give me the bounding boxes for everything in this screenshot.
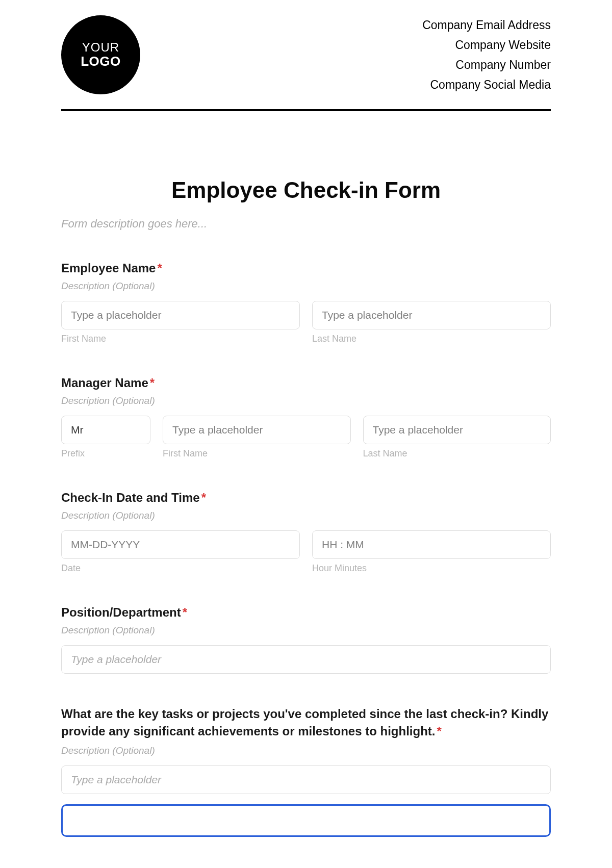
prefix-sublabel: Prefix bbox=[61, 448, 150, 459]
last-name-sublabel: Last Name bbox=[312, 334, 551, 344]
key-tasks-desc[interactable]: Description (Optional) bbox=[61, 745, 551, 756]
logo-line2: LOGO bbox=[81, 54, 121, 69]
checkin-time-input[interactable] bbox=[312, 530, 551, 559]
manager-prefix-input[interactable] bbox=[61, 416, 150, 444]
required-asterisk: * bbox=[157, 261, 162, 275]
first-name-sublabel: First Name bbox=[61, 334, 300, 344]
header: YOUR LOGO Company Email Address Company … bbox=[61, 15, 551, 111]
employee-last-name-input[interactable] bbox=[312, 301, 551, 329]
position-label: Position/Department* bbox=[61, 605, 551, 620]
logo: YOUR LOGO bbox=[61, 15, 140, 94]
manager-name-group: Manager Name* Description (Optional) Pre… bbox=[61, 376, 551, 459]
company-email: Company Email Address bbox=[422, 15, 551, 35]
company-number: Company Number bbox=[422, 55, 551, 75]
selected-field-outline[interactable] bbox=[61, 804, 551, 837]
form-description[interactable]: Form description goes here... bbox=[61, 217, 551, 231]
manager-name-label: Manager Name* bbox=[61, 376, 551, 390]
required-asterisk: * bbox=[437, 724, 441, 738]
key-tasks-group: What are the key tasks or projects you'v… bbox=[61, 705, 551, 794]
first-name-sublabel: First Name bbox=[163, 448, 351, 459]
company-info: Company Email Address Company Website Co… bbox=[422, 15, 551, 95]
position-desc[interactable]: Description (Optional) bbox=[61, 625, 551, 636]
checkin-datetime-group: Check-In Date and Time* Description (Opt… bbox=[61, 491, 551, 574]
company-website: Company Website bbox=[422, 35, 551, 55]
position-group: Position/Department* Description (Option… bbox=[61, 605, 551, 674]
manager-name-desc[interactable]: Description (Optional) bbox=[61, 395, 551, 406]
last-name-sublabel: Last Name bbox=[363, 448, 551, 459]
key-tasks-label: What are the key tasks or projects you'v… bbox=[61, 705, 551, 739]
company-social: Company Social Media bbox=[422, 75, 551, 95]
position-input[interactable] bbox=[61, 645, 551, 674]
form-title: Employee Check-in Form bbox=[61, 177, 551, 203]
logo-line1: YOUR bbox=[82, 40, 119, 55]
date-sublabel: Date bbox=[61, 563, 300, 574]
employee-name-desc[interactable]: Description (Optional) bbox=[61, 280, 551, 292]
manager-first-name-input[interactable] bbox=[163, 416, 351, 444]
employee-first-name-input[interactable] bbox=[61, 301, 300, 329]
key-tasks-input[interactable] bbox=[61, 765, 551, 794]
required-asterisk: * bbox=[201, 491, 206, 504]
checkin-datetime-label: Check-In Date and Time* bbox=[61, 491, 551, 505]
checkin-date-input[interactable] bbox=[61, 530, 300, 559]
required-asterisk: * bbox=[150, 376, 155, 390]
checkin-datetime-desc[interactable]: Description (Optional) bbox=[61, 510, 551, 521]
hour-min-sublabel: Hour Minutes bbox=[312, 563, 551, 574]
employee-name-group: Employee Name* Description (Optional) Fi… bbox=[61, 261, 551, 344]
manager-last-name-input[interactable] bbox=[363, 416, 551, 444]
employee-name-label: Employee Name* bbox=[61, 261, 551, 275]
required-asterisk: * bbox=[183, 605, 187, 619]
